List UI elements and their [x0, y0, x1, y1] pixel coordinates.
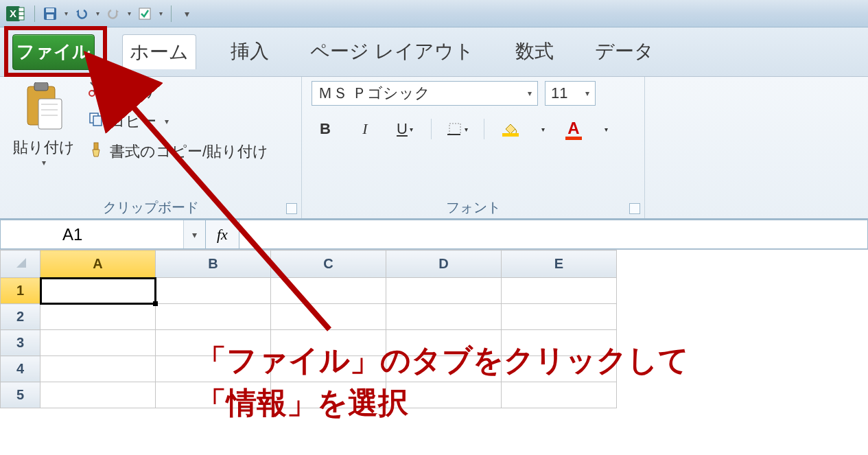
paste-dropdown-icon[interactable]: ▾	[42, 158, 46, 167]
copy-label: コピー	[110, 111, 156, 132]
undo-icon[interactable]	[72, 4, 91, 23]
qat-customize-dropdown-icon[interactable]: ▾	[156, 4, 165, 23]
font-color-A-icon: A	[567, 119, 579, 138]
scissors-icon	[88, 81, 104, 102]
col-header-A[interactable]: A	[40, 250, 156, 278]
col-header-C[interactable]: C	[271, 250, 386, 278]
divider	[484, 119, 484, 139]
tab-home[interactable]: ホーム	[122, 34, 196, 69]
ribbon-minimize-icon[interactable]: ▾	[177, 4, 196, 23]
svg-rect-6	[46, 8, 54, 12]
cell-A3[interactable]	[40, 330, 156, 356]
tab-insert[interactable]: 挿入	[224, 34, 276, 69]
svg-rect-7	[47, 14, 54, 19]
svg-rect-3	[19, 12, 24, 16]
underline-button[interactable]: U▾	[391, 117, 419, 141]
chevron-down-icon: ▾	[521, 89, 532, 98]
cell-B1[interactable]	[156, 278, 271, 304]
svg-rect-22	[449, 124, 460, 135]
borders-button[interactable]: ▾	[444, 117, 471, 141]
cell-A2[interactable]	[40, 304, 156, 330]
save-icon[interactable]	[40, 4, 60, 23]
font-dialog-launcher[interactable]	[629, 203, 640, 214]
paste-icon	[21, 81, 67, 135]
cell-D2[interactable]	[386, 304, 502, 330]
cell-C1[interactable]	[271, 278, 386, 304]
row-header-1[interactable]: 1	[1, 278, 40, 304]
cell-B2[interactable]	[156, 304, 271, 330]
col-header-B[interactable]: B	[156, 250, 271, 278]
excel-logo-icon: X	[4, 3, 26, 25]
fill-color-dropdown[interactable]: ▾	[537, 117, 548, 141]
paste-label: 貼り付け	[13, 137, 75, 158]
cell-A1[interactable]	[40, 278, 156, 304]
cut-label: り取り	[110, 81, 156, 102]
clipboard-dialog-launcher[interactable]	[286, 203, 297, 214]
row-header-5[interactable]: 5	[1, 382, 40, 408]
format-painter-button[interactable]: 書式のコピー/貼り付け	[88, 141, 268, 162]
annotation-line1: 「ファイル」のタブをクリックして	[196, 339, 689, 382]
row-header-3[interactable]: 3	[1, 330, 40, 356]
font-size-value: 11	[551, 84, 567, 102]
divider	[431, 119, 432, 139]
cell-D1[interactable]	[386, 278, 502, 304]
font-color-swatch	[565, 137, 582, 140]
col-header-E[interactable]: E	[502, 250, 617, 278]
svg-rect-11	[38, 99, 62, 129]
brush-icon	[88, 141, 104, 162]
font-name-combo[interactable]: ＭＳ Ｐゴシック ▾	[312, 81, 538, 106]
group-clipboard: 貼り付け ▾ り取り	[0, 77, 302, 218]
svg-rect-21	[94, 143, 98, 150]
font-name-value: ＭＳ Ｐゴシック	[318, 83, 430, 104]
svg-text:X: X	[10, 8, 16, 19]
row-header-2[interactable]: 2	[1, 304, 40, 330]
cell-C2[interactable]	[271, 304, 386, 330]
undo-dropdown-icon[interactable]: ▾	[93, 4, 102, 23]
row-header-4[interactable]: 4	[1, 356, 40, 382]
italic-button[interactable]: I	[351, 117, 379, 141]
tab-pagelayout[interactable]: ページ レイアウト	[303, 34, 481, 69]
cell-A4[interactable]	[40, 356, 156, 382]
file-tab[interactable]: ファイル	[12, 34, 95, 70]
copy-button[interactable]: コピー ▾	[88, 111, 268, 132]
bold-button[interactable]: B	[312, 117, 339, 141]
group-font: ＭＳ Ｐゴシック ▾ 11 ▾ B I U▾ ▾	[302, 77, 645, 218]
font-color-dropdown[interactable]: ▾	[600, 117, 611, 141]
cell-E1[interactable]	[502, 278, 617, 304]
formula-bar-row: A1 ▾ fx	[0, 220, 868, 250]
tab-formulas[interactable]: 数式	[508, 34, 561, 69]
svg-rect-20	[93, 116, 102, 126]
cell-E2[interactable]	[502, 304, 617, 330]
ribbon: 貼り付け ▾ り取り	[0, 77, 868, 220]
cell-A5[interactable]	[40, 382, 156, 408]
name-box-value: A1	[62, 225, 82, 244]
name-box-dropdown-icon[interactable]: ▾	[183, 220, 205, 248]
copy-icon	[88, 111, 104, 132]
fx-icon[interactable]: fx	[217, 226, 228, 244]
checkbox-icon[interactable]	[135, 4, 154, 23]
font-group-label: フォント	[312, 198, 635, 217]
font-size-combo[interactable]: 11 ▾	[545, 81, 596, 106]
formula-bar-buttons: fx	[206, 220, 239, 249]
svg-rect-2	[19, 8, 24, 12]
font-color-button[interactable]: A	[560, 117, 587, 141]
fill-color-button[interactable]	[497, 117, 524, 141]
title-bar: X ▾ ▾ ▾	[0, 0, 868, 27]
ribbon-tabs-row: ファイル ホーム 挿入 ページ レイアウト 数式 データ	[0, 27, 868, 77]
copy-dropdown-icon[interactable]: ▾	[165, 117, 169, 126]
name-box[interactable]: A1 ▾	[0, 220, 206, 249]
select-all-corner[interactable]	[1, 250, 40, 278]
save-dropdown-icon[interactable]: ▾	[61, 4, 71, 23]
redo-dropdown-icon[interactable]: ▾	[124, 4, 134, 23]
redo-icon[interactable]	[104, 4, 123, 23]
cut-button[interactable]: り取り	[88, 81, 268, 102]
format-painter-label: 書式のコピー/貼り付け	[110, 141, 268, 162]
clipboard-group-label: クリップボード	[10, 198, 292, 217]
paste-button[interactable]: 貼り付け ▾	[10, 81, 78, 167]
col-header-D[interactable]: D	[386, 250, 502, 278]
tab-data[interactable]: データ	[588, 34, 661, 69]
fill-color-swatch	[502, 133, 519, 137]
annotation-text: 「ファイル」のタブをクリックして 「情報」を選択	[196, 339, 689, 423]
svg-rect-8	[139, 8, 150, 19]
formula-input[interactable]	[239, 220, 868, 249]
